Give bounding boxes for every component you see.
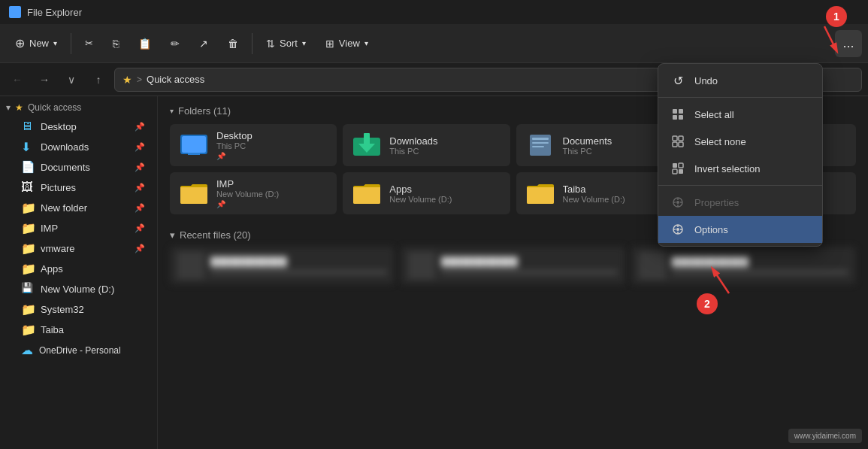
quick-access-header[interactable]: ▾ ★ Quick access [0, 99, 157, 116]
sidebar-item-pictures[interactable]: 🖼 Pictures 📌 [3, 177, 154, 197]
folders-chevron-icon: ▾ [170, 107, 174, 115]
svg-rect-18 [673, 115, 677, 120]
recent-file-name-1: ████████████ [210, 256, 387, 267]
folder-taiba-sub: New Volume (D:) [563, 195, 625, 204]
sidebar: ▾ ★ Quick access 🖥 Desktop 📌 ⬇ Downloads… [0, 96, 158, 449]
folder-card-downloads[interactable]: Downloads This PC [343, 124, 510, 166]
taiba-icon: 📁 [21, 323, 35, 336]
view-label: View [339, 38, 360, 49]
sort-button[interactable]: ⇅ Sort ▾ [257, 30, 315, 57]
delete-icon: 🗑 [228, 38, 238, 50]
app-title: File Explorer [27, 7, 82, 18]
up-button[interactable]: ↑ [87, 68, 110, 91]
folder-documents-sub: This PC [563, 147, 612, 156]
folder-imp-info: IMP New Volume (D:) 📌 [216, 178, 279, 208]
share-icon: ↗ [199, 38, 208, 50]
folder-desktop-info: Desktop This PC 📌 [216, 130, 253, 160]
options-label: Options [694, 224, 728, 235]
sidebar-item-apps-label: Apps [41, 263, 63, 275]
copy-icon: ⎘ [113, 38, 119, 50]
folder-documents-info: Documents This PC [563, 135, 612, 156]
system32-icon: 📁 [21, 302, 35, 316]
paste-button[interactable]: 📋 [129, 30, 160, 57]
rename-button[interactable]: ✏ [162, 30, 189, 57]
back-button[interactable]: ← [6, 68, 29, 91]
folder-imp-name: IMP [216, 178, 279, 190]
dropdown-invert[interactable]: Invert selection [658, 155, 822, 182]
delete-button[interactable]: 🗑 [219, 30, 247, 57]
folder-card-desktop[interactable]: Desktop This PC 📌 [170, 124, 337, 166]
options-icon [670, 222, 685, 237]
svg-rect-22 [673, 142, 677, 147]
sidebar-item-imp[interactable]: 📁 IMP 📌 [3, 218, 154, 238]
share-button[interactable]: ↗ [190, 30, 217, 57]
pin-icon-3: 📌 [135, 162, 145, 172]
view-button[interactable]: ⊞ View ▾ [316, 30, 377, 57]
dropdown-select-none[interactable]: Select none [658, 128, 822, 155]
copy-button[interactable]: ⎘ [104, 30, 128, 57]
recent-file-1[interactable]: ████████████ [170, 247, 395, 284]
new-button[interactable]: ⊕ New ▾ [6, 30, 66, 57]
sidebar-item-new-volume[interactable]: 💾 New Volume (D:) [3, 279, 154, 299]
folder-desktop-pin: 📌 [216, 152, 253, 160]
dropdown-select-all[interactable]: Select all [658, 101, 822, 128]
sidebar-item-downloads[interactable]: ⬇ Downloads 📌 [3, 137, 154, 156]
svg-rect-26 [673, 169, 677, 174]
sidebar-item-apps[interactable]: 📁 Apps [3, 259, 154, 278]
toolbar: ⊕ New ▾ ✂ ⎘ 📋 ✏ ↗ 🗑 ⇅ Sort ▾ ⊞ View ▾ ..… [0, 24, 868, 63]
sidebar-item-taiba[interactable]: 📁 Taiba [3, 320, 154, 339]
pin-icon-5: 📌 [135, 203, 145, 213]
separator-2 [252, 33, 253, 54]
dropdown-undo[interactable]: ↺ Undo [658, 67, 822, 94]
sidebar-item-vmware[interactable]: 📁 vmware 📌 [3, 238, 154, 258]
desktop-icon: 🖥 [21, 120, 35, 133]
view-icon: ⊞ [325, 38, 334, 50]
pin-icon-7: 📌 [135, 244, 145, 253]
dropdown-options[interactable]: Options [658, 216, 822, 243]
svg-rect-1 [182, 136, 206, 153]
sidebar-item-taiba-label: Taiba [41, 324, 64, 335]
svg-point-29 [676, 201, 679, 204]
sort-dropdown-icon: ▾ [302, 39, 306, 47]
cut-button[interactable]: ✂ [76, 30, 102, 57]
undo-label: Undo [694, 75, 718, 86]
folder-apps-name: Apps [389, 184, 452, 195]
svg-rect-7 [532, 138, 549, 140]
properties-label: Properties [694, 197, 739, 208]
drive-icon: 💾 [21, 282, 35, 296]
recent-files-grid: ████████████ ████████████ ████████████ [170, 247, 856, 284]
onedrive-icon: ☁ [21, 343, 33, 357]
documents-icon: 📄 [21, 160, 35, 174]
path-star-icon: ★ [122, 74, 132, 86]
sidebar-item-system32[interactable]: 📁 System32 [3, 299, 154, 319]
folder-apps-info: Apps New Volume (D:) [389, 184, 452, 204]
sidebar-item-documents[interactable]: 📄 Documents 📌 [3, 157, 154, 177]
path-separator: > [137, 74, 142, 85]
sidebar-item-pictures-label: Pictures [41, 182, 76, 193]
folder-card-apps[interactable]: Apps New Volume (D:) [343, 172, 510, 214]
svg-rect-2 [188, 153, 200, 155]
folder-imp-sub: New Volume (D:) [216, 190, 279, 199]
expand-button[interactable]: ∨ [60, 68, 83, 91]
folder-taiba-info: Taiba New Volume (D:) [563, 184, 625, 204]
sidebar-item-new-folder[interactable]: 📁 New folder 📌 [3, 198, 154, 217]
folder-taiba-icon [525, 180, 555, 207]
up-icon: ↑ [96, 74, 101, 86]
watermark-text: www.yidaimei.com [794, 432, 856, 440]
recent-file-bar-1 [210, 270, 387, 275]
svg-line-41 [824, 26, 836, 49]
sort-icon: ⇅ [266, 38, 275, 50]
pin-icon-2: 📌 [135, 142, 145, 152]
sidebar-item-onedrive[interactable]: ☁ OneDrive - Personal [3, 340, 154, 360]
forward-button[interactable]: → [33, 68, 56, 91]
svg-rect-23 [679, 142, 683, 147]
downloads-icon: ⬇ [21, 140, 35, 153]
folder-card-imp[interactable]: IMP New Volume (D:) 📌 [170, 172, 337, 214]
separator-1 [71, 33, 71, 54]
sidebar-item-desktop[interactable]: 🖥 Desktop 📌 [3, 117, 154, 136]
folder-apps-sub: New Volume (D:) [389, 195, 452, 204]
cut-icon: ✂ [85, 38, 93, 49]
sort-label: Sort [280, 38, 298, 49]
recent-file-2[interactable]: ████████████ [401, 247, 625, 284]
svg-rect-24 [673, 163, 677, 168]
